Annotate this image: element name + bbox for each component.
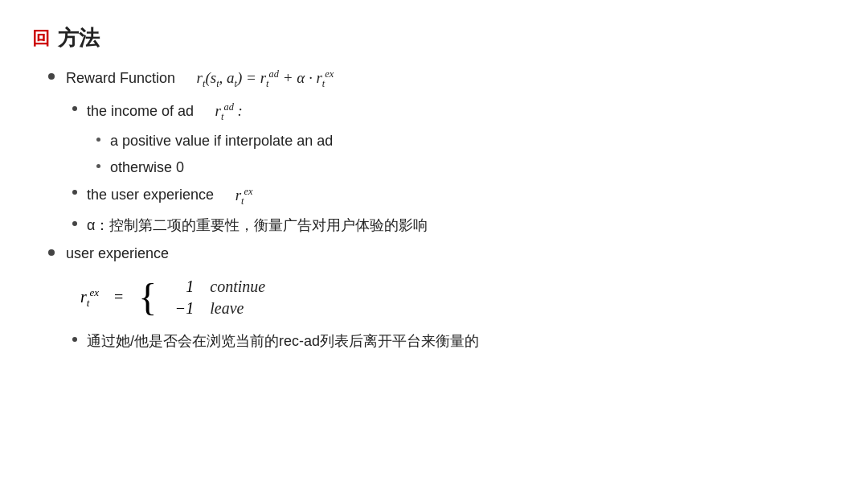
- slide-container: 回 方法 Reward Function rt(st, at) = rtad +…: [0, 0, 868, 489]
- bullet-user-experience-main: user experience: [48, 243, 820, 265]
- piecewise-case-neg1: −1 leave: [170, 299, 265, 318]
- bullet-user-experience-sub: the user experience rtex: [48, 183, 820, 208]
- piecewise-eq: =: [110, 288, 127, 306]
- user-experience-main-text: user experience: [66, 243, 169, 265]
- reward-function-label: Reward Function: [66, 70, 175, 86]
- piecewise-lhs: rtex: [80, 286, 99, 310]
- bullet-dot-2: [72, 106, 77, 111]
- bullet-reward-function: Reward Function rt(st, at) = rtad + α · …: [48, 67, 820, 92]
- reward-function-text: Reward Function rt(st, at) = rtad + α · …: [66, 67, 334, 92]
- user-experience-formula: rtex: [227, 187, 252, 203]
- title-icon: 回: [32, 27, 50, 51]
- bullet-otherwise: otherwise 0: [48, 157, 820, 179]
- income-ad-text: the income of ad rtad :: [87, 100, 243, 125]
- reward-formula: rt(st, at) = rtad + α · rtex: [189, 69, 334, 86]
- bullet-dot-7: [48, 249, 55, 256]
- bullet-dot-6: [72, 221, 77, 226]
- piecewise-case-1: 1 continue: [170, 277, 265, 296]
- income-ad-label: the income of ad: [87, 103, 194, 119]
- case-label-1: continue: [210, 277, 265, 296]
- piecewise-brace: {: [138, 278, 157, 317]
- piecewise-cases: 1 continue −1 leave: [170, 277, 265, 318]
- user-experience-sub-text: the user experience rtex: [87, 183, 252, 208]
- bullet-dot-5: [72, 190, 77, 195]
- income-ad-formula: rtad :: [207, 102, 243, 119]
- main-content: Reward Function rt(st, at) = rtad + α · …: [32, 67, 820, 352]
- case-val-1: 1: [170, 277, 194, 296]
- bullet-dot-1: [48, 73, 55, 80]
- bullet-income-ad: the income of ad rtad :: [48, 100, 820, 125]
- bullet-footnote: 通过她/他是否会在浏览当前的rec-ad列表后离开平台来衡量的: [48, 331, 820, 352]
- title-row: 回 方法: [32, 24, 820, 52]
- alpha-text: α：控制第二项的重要性，衡量广告对用户体验的影响: [87, 215, 428, 236]
- footnote-text: 通过她/他是否会在浏览当前的rec-ad列表后离开平台来衡量的: [87, 331, 479, 352]
- case-label-neg1: leave: [210, 299, 244, 318]
- bullet-dot-3: [96, 138, 100, 142]
- bullet-positive-value: a positive value if interpolate an ad: [48, 130, 820, 152]
- case-val-neg1: −1: [170, 299, 194, 318]
- user-experience-label: the user experience: [87, 187, 214, 203]
- bullet-dot-4: [96, 164, 100, 168]
- otherwise-text: otherwise 0: [110, 157, 184, 179]
- bullet-alpha: α：控制第二项的重要性，衡量广告对用户体验的影响: [48, 215, 820, 236]
- positive-value-text: a positive value if interpolate an ad: [110, 130, 333, 152]
- bullet-dot-8: [72, 337, 77, 342]
- piecewise-formula: rtex = { 1 continue −1 leave: [80, 277, 265, 318]
- piecewise-formula-block: rtex = { 1 continue −1 leave: [80, 277, 820, 318]
- title-text: 方法: [58, 24, 100, 52]
